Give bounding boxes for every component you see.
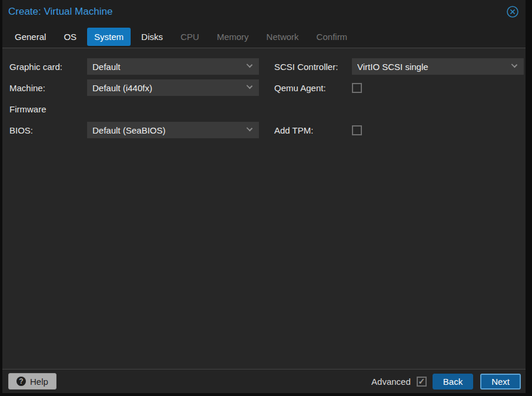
tab-memory: Memory xyxy=(210,28,255,46)
help-button-label: Help xyxy=(30,377,48,387)
qemu-agent-checkbox[interactable]: ✓ xyxy=(352,83,362,93)
tab-cpu: CPU xyxy=(174,28,207,46)
tab-os-label: OS xyxy=(64,32,77,42)
tab-disks-label: Disks xyxy=(141,32,163,42)
add-tpm-checkbox[interactable]: ✓ xyxy=(352,125,362,135)
tab-disks[interactable]: Disks xyxy=(134,28,170,46)
tab-cpu-label: CPU xyxy=(181,32,200,42)
spacer-row xyxy=(274,101,524,117)
tab-memory-label: Memory xyxy=(217,32,248,42)
chevron-down-icon xyxy=(247,125,252,131)
form-column-right: SCSI Controller: VirtIO SCSI single Qemu… xyxy=(274,58,524,143)
qemu-agent-label: Qemu Agent: xyxy=(274,83,352,93)
tab-confirm: Confirm xyxy=(310,28,355,46)
qemu-agent-row: Qemu Agent: ✓ xyxy=(274,79,524,96)
back-button[interactable]: Back xyxy=(433,374,473,390)
advanced-label: Advanced xyxy=(371,377,411,387)
dialog-header: Create: Virtual Machine xyxy=(2,0,526,26)
graphic-card-value: Default xyxy=(92,62,121,72)
tab-system-label: System xyxy=(94,32,124,42)
scsi-controller-row: SCSI Controller: VirtIO SCSI single xyxy=(274,58,524,75)
tab-network: Network xyxy=(260,28,306,46)
tab-os[interactable]: OS xyxy=(56,28,84,46)
scsi-controller-label: SCSI Controller: xyxy=(274,62,352,72)
footer-actions: Advanced ✓ Back Next xyxy=(371,374,521,390)
machine-value: Default (i440fx) xyxy=(92,83,152,93)
back-button-label: Back xyxy=(443,377,463,387)
machine-row: Machine: Default (i440fx) xyxy=(9,79,259,96)
wizard-tab-bar: General OS System Disks CPU Memory Netwo… xyxy=(2,26,526,48)
tab-general-label: General xyxy=(15,32,46,42)
add-tpm-label: Add TPM: xyxy=(274,125,352,135)
chevron-down-icon xyxy=(511,62,517,68)
tab-system[interactable]: System xyxy=(87,28,131,46)
create-vm-dialog: Create: Virtual Machine General OS Syste… xyxy=(2,0,526,393)
bios-label: BIOS: xyxy=(9,125,87,135)
machine-label: Machine: xyxy=(9,83,87,93)
tab-confirm-label: Confirm xyxy=(317,32,348,42)
check-icon: ✓ xyxy=(418,377,425,385)
firmware-section-label: Firmware xyxy=(9,104,46,114)
dialog-footer: ? Help Advanced ✓ Back Next xyxy=(2,369,526,393)
tab-general[interactable]: General xyxy=(8,28,53,46)
graphic-card-label: Graphic card: xyxy=(9,62,87,72)
chevron-down-icon xyxy=(247,83,252,89)
scsi-controller-select[interactable]: VirtIO SCSI single xyxy=(352,58,524,75)
bios-row: BIOS: Default (SeaBIOS) xyxy=(9,122,259,138)
tab-network-label: Network xyxy=(267,32,299,42)
dialog-title: Create: Virtual Machine xyxy=(8,6,112,18)
bios-value: Default (SeaBIOS) xyxy=(92,125,165,135)
form-column-left: Graphic card: Default Machine: Default (… xyxy=(9,58,259,143)
help-button[interactable]: ? Help xyxy=(8,373,56,390)
system-tab-panel: Graphic card: Default Machine: Default (… xyxy=(2,48,526,369)
firmware-section-row: Firmware xyxy=(9,101,259,117)
graphic-card-row: Graphic card: Default xyxy=(9,58,259,75)
scsi-controller-value: VirtIO SCSI single xyxy=(357,62,428,72)
chevron-down-icon xyxy=(247,62,252,68)
close-icon[interactable] xyxy=(506,5,519,18)
add-tpm-row: Add TPM: ✓ xyxy=(274,122,524,138)
bios-select[interactable]: Default (SeaBIOS) xyxy=(87,122,259,138)
question-circle-icon: ? xyxy=(16,377,26,386)
graphic-card-select[interactable]: Default xyxy=(87,58,259,75)
next-button[interactable]: Next xyxy=(480,374,521,390)
next-button-label: Next xyxy=(491,377,510,387)
machine-select[interactable]: Default (i440fx) xyxy=(87,79,259,96)
advanced-checkbox[interactable]: ✓ xyxy=(417,377,427,387)
